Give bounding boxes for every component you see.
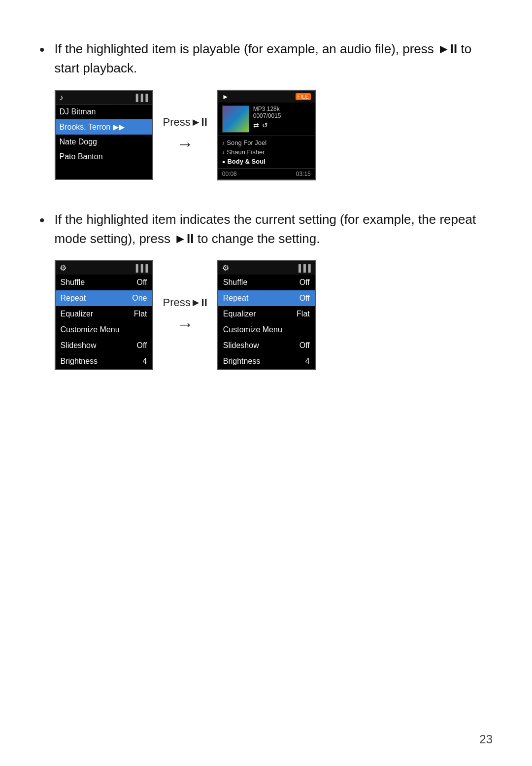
settings-screen-right: ⚙ ▐▐▐ Shuffle Off Repeat Off Equalizer F… <box>217 260 316 370</box>
section2-content: If the highlighted item indicates the cu… <box>55 210 493 370</box>
repeat-label-left: Repeat <box>61 294 86 303</box>
track-num: 0007/0015 <box>253 112 311 119</box>
repeat-label-right: Repeat <box>223 294 249 303</box>
settings-row-slideshow-right: Slideshow Off <box>218 338 315 353</box>
mp3-info: MP3 128k <box>253 105 311 112</box>
repeat-value-right: Off <box>299 294 310 303</box>
settings-row-brightness-right: Brightness 4 <box>218 353 315 369</box>
playback-icons: ⇄ ↺ <box>253 121 311 129</box>
eq-value-right: Flat <box>297 310 310 318</box>
bullet1: • <box>39 41 45 58</box>
settings-header-right: ⚙ ▐▐▐ <box>218 261 315 275</box>
customize-label-right: Customize Menu <box>223 325 282 334</box>
playback-progress: 00:08 03:15 <box>218 168 315 179</box>
section2-text-after: to change the setting. <box>198 231 320 246</box>
settings-row-slideshow-left: Slideshow Off <box>56 338 152 353</box>
press-label-1: Press►II <box>163 116 207 129</box>
eq-value-left: Flat <box>134 310 147 318</box>
slideshow-value-right: Off <box>299 341 310 350</box>
shuffle-label-left: Shuffle <box>61 278 85 287</box>
settings-row-brightness-left: Brightness 4 <box>56 353 152 369</box>
battery-icon-left: ▐▐▐ <box>133 264 148 272</box>
press-icon-2: ►II <box>191 296 207 309</box>
right-arrow-2: → <box>176 314 194 335</box>
album-art <box>222 105 249 133</box>
track-icon-3: ● <box>222 159 226 165</box>
battery-icon-1: ▐▐▐ <box>133 94 148 102</box>
slideshow-value-left: Off <box>136 341 147 350</box>
arrow-block-1: Press►II → <box>163 116 207 154</box>
settings-row-repeat-right-highlighted: Repeat Off <box>218 290 315 306</box>
repeat-icon: ↺ <box>262 121 268 129</box>
shuffle-icon: ⇄ <box>253 121 259 129</box>
file-badge: FILE <box>296 93 311 100</box>
playback-header: ► FILE <box>218 91 315 103</box>
right-arrow-1: → <box>176 134 194 154</box>
brightness-label-right: Brightness <box>223 357 261 366</box>
press-icon-1: ►II <box>191 116 207 128</box>
music-list-header: ♪ ▐▐▐ <box>56 91 152 104</box>
section1-press-symbol: ►II <box>437 41 457 56</box>
track-item-2: ♪ Shaun Fisher <box>222 147 311 157</box>
playback-info: MP3 128k 0007/0015 ⇄ ↺ <box>253 105 311 129</box>
brightness-label-left: Brightness <box>61 357 98 366</box>
list-item-3: Nate Dogg <box>56 135 152 149</box>
shuffle-value-right: Off <box>299 278 310 287</box>
section1-description: If the highlighted item is playable (for… <box>55 39 493 78</box>
screens-row-1: ♪ ▐▐▐ DJ Bitman Brooks, Terron ▶▶ Nate D… <box>55 90 493 180</box>
section2: • If the highlighted item indicates the … <box>39 210 493 370</box>
shuffle-value-left: Off <box>136 278 147 287</box>
track-item-1: ♪ Song For Joel <box>222 138 311 147</box>
settings-row-customize-left: Customize Menu <box>56 322 152 338</box>
section2-press-symbol: ►II <box>174 231 194 246</box>
settings-header-left: ⚙ ▐▐▐ <box>56 261 152 275</box>
track-icon-1: ♪ <box>222 140 225 146</box>
music-note-icon: ♪ <box>60 93 64 102</box>
settings-row-eq-right: Equalizer Flat <box>218 306 315 322</box>
time-start: 00:08 <box>222 171 237 177</box>
bullet2: • <box>39 212 45 229</box>
settings-row-repeat-left-highlighted: Repeat One <box>56 290 152 306</box>
slideshow-label-right: Slideshow <box>223 341 259 350</box>
playback-tracks: ♪ Song For Joel ♪ Shaun Fisher ● Body & … <box>218 136 315 168</box>
brightness-value-right: 4 <box>305 357 310 366</box>
section2-description: If the highlighted item indicates the cu… <box>55 210 493 248</box>
eq-label-right: Equalizer <box>223 310 256 318</box>
music-list-screen: ♪ ▐▐▐ DJ Bitman Brooks, Terron ▶▶ Nate D… <box>55 90 153 180</box>
section1: • If the highlighted item is playable (f… <box>39 39 493 180</box>
shuffle-label-right: Shuffle <box>223 278 248 287</box>
play-icon: ► <box>222 93 229 101</box>
playback-main: MP3 128k 0007/0015 ⇄ ↺ <box>218 103 315 136</box>
battery-icon-right: ▐▐▐ <box>296 264 311 272</box>
settings-screen-left: ⚙ ▐▐▐ Shuffle Off Repeat One Equalizer F… <box>55 260 153 370</box>
gear-icon-right: ⚙ <box>222 263 229 273</box>
track-label-2: Shaun Fisher <box>227 148 265 156</box>
section1-text-before: If the highlighted item is playable (for… <box>55 41 434 56</box>
brightness-value-left: 4 <box>143 357 147 366</box>
gear-icon-left: ⚙ <box>60 263 66 273</box>
time-end: 03:15 <box>296 171 311 177</box>
list-item-2-highlighted: Brooks, Terron ▶▶ <box>56 119 152 135</box>
track-item-3-current: ● Body & Soul <box>222 157 311 166</box>
track-label-1: Song For Joel <box>227 139 266 146</box>
playback-screen: ► FILE MP3 128k 0007/0015 ⇄ ↺ <box>217 90 316 180</box>
page-number: 23 <box>479 732 493 746</box>
press-label-2: Press►II <box>163 296 207 309</box>
settings-row-shuffle-left: Shuffle Off <box>56 275 152 290</box>
settings-row-eq-left: Equalizer Flat <box>56 306 152 322</box>
list-item-1: DJ Bitman <box>56 104 152 119</box>
track-icon-2: ♪ <box>222 149 225 155</box>
section1-content: If the highlighted item is playable (for… <box>55 39 493 180</box>
slideshow-label-left: Slideshow <box>61 341 97 350</box>
repeat-value-left: One <box>132 294 147 303</box>
screens-row-2: ⚙ ▐▐▐ Shuffle Off Repeat One Equalizer F… <box>55 260 493 370</box>
arrow-block-2: Press►II → <box>163 296 207 335</box>
customize-label-left: Customize Menu <box>61 325 120 334</box>
list-item-4: Pato Banton <box>56 149 152 164</box>
settings-row-shuffle-right: Shuffle Off <box>218 275 315 290</box>
eq-label-left: Equalizer <box>61 310 94 318</box>
settings-row-customize-right: Customize Menu <box>218 322 315 338</box>
track-label-3: Body & Soul <box>227 158 265 165</box>
